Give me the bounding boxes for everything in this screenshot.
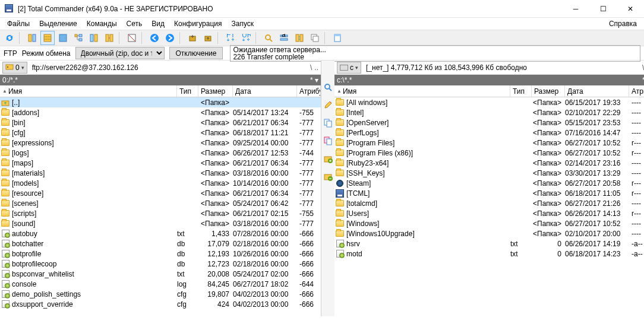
- close-button[interactable]: ✕: [617, 0, 644, 18]
- search-icon[interactable]: [261, 31, 276, 45]
- header-size[interactable]: Размер: [198, 85, 233, 97]
- minimize-button[interactable]: ─: [562, 0, 589, 18]
- table-row[interactable]: [maps]<Папка>06/21/2017 06:34-777: [0, 158, 321, 168]
- header-attr[interactable]: Атрибу: [629, 85, 644, 97]
- left-address[interactable]: ftp://server2262@37.230.162.126: [30, 63, 308, 72]
- target-equal-icon[interactable]: [102, 31, 116, 45]
- menu-вид[interactable]: Вид: [147, 18, 169, 29]
- table-row[interactable]: [..]<Папка>: [0, 97, 321, 107]
- multirename-icon[interactable]: a: [277, 31, 291, 45]
- new-folder-icon[interactable]: [321, 152, 334, 165]
- refresh-icon[interactable]: [2, 31, 17, 45]
- ftp-new-icon[interactable]: URL: [239, 31, 253, 45]
- table-row[interactable]: [expressions]<Папка>09/25/2014 00:00-777: [0, 138, 321, 148]
- header-type[interactable]: Тип: [177, 85, 198, 97]
- table-row[interactable]: [SSH_Keys]<Папка>03/30/2017 13:29----: [334, 168, 644, 178]
- sync-dirs-icon[interactable]: [292, 31, 307, 45]
- menu-запуск[interactable]: Запуск: [227, 18, 259, 29]
- table-row[interactable]: [logs]<Папка>06/26/2017 12:53-744: [0, 148, 321, 158]
- table-row[interactable]: [OpenServer]<Папка>05/15/2017 23:53----: [334, 117, 644, 128]
- move-file-icon[interactable]: [321, 134, 334, 147]
- table-row[interactable]: [Intel]<Папка>02/10/2017 22:29----: [334, 107, 644, 117]
- maximize-button[interactable]: ☐: [589, 0, 617, 18]
- table-row[interactable]: [PerfLogs]<Папка>07/16/2016 14:47----: [334, 128, 644, 138]
- right-panel: c ▾ [_нет_] 4,779,712 Кб из 108,543,996 …: [334, 61, 644, 316]
- notepad-icon[interactable]: [330, 31, 345, 45]
- table-row[interactable]: [bin]<Папка>06/21/2017 06:34-777: [0, 117, 321, 128]
- view-thumbs-icon[interactable]: [56, 31, 70, 45]
- unpack-icon[interactable]: [201, 31, 215, 45]
- disconnect-button[interactable]: Отключение: [169, 47, 223, 59]
- view-file-icon[interactable]: [321, 81, 334, 94]
- ftp-connect-icon[interactable]: FTP: [223, 31, 238, 45]
- table-row[interactable]: hsrvtxt006/26/2017 14:19-a--: [334, 239, 644, 249]
- copy-file-icon[interactable]: [321, 116, 334, 129]
- file-date: 06/18/2017 14:23: [565, 250, 629, 258]
- table-row[interactable]: dxsupport_overridecfg42404/02/2013 00:00…: [0, 299, 321, 309]
- table-row[interactable]: [scenes]<Папка>05/24/2017 06:42-777: [0, 198, 321, 208]
- file-type: cfg: [177, 300, 198, 309]
- right-file-list[interactable]: [All windows]<Папка>06/15/2017 19:33----…: [334, 97, 644, 316]
- menu-help[interactable]: Справка: [604, 18, 642, 29]
- table-row[interactable]: [TCML]<Папка>06/18/2017 11:05r---: [334, 188, 644, 198]
- table-row[interactable]: [addons]<Папка>05/14/2017 13:24-755: [0, 107, 321, 117]
- delete-file-icon[interactable]: [321, 170, 334, 183]
- table-row[interactable]: demo_polish_settingscfg19,80704/02/2013 …: [0, 289, 321, 299]
- table-row[interactable]: autobuytxt1,43307/28/2016 00:00-666: [0, 228, 321, 239]
- back-icon[interactable]: [147, 31, 162, 45]
- left-file-list[interactable]: [..]<Папка>[addons]<Папка>05/14/2017 13:…: [0, 97, 321, 316]
- table-row[interactable]: bspconvar_whitelisttxt20,00805/24/2017 0…: [0, 269, 321, 279]
- table-row[interactable]: [Ruby23-x64]<Папка>02/14/2017 23:16----: [334, 158, 644, 168]
- view-brief-icon[interactable]: [25, 31, 39, 45]
- table-row[interactable]: botprofilecoopdb12,72302/18/2016 00:00-6…: [0, 259, 321, 269]
- invert-selection-icon[interactable]: [125, 31, 139, 45]
- root-button[interactable]: \: [310, 63, 312, 72]
- parent-button[interactable]: ..: [314, 63, 318, 72]
- table-row[interactable]: botprofiledb12,19310/26/2016 00:00-666: [0, 249, 321, 259]
- table-row[interactable]: [models]<Папка>10/14/2016 00:00-777: [0, 178, 321, 188]
- header-attr[interactable]: Атрибу: [297, 85, 321, 97]
- table-row[interactable]: [Users]<Папка>06/26/2017 14:13r---: [334, 208, 644, 218]
- table-row[interactable]: [Windows]<Папка>06/27/2017 10:52----: [334, 218, 644, 228]
- header-size[interactable]: Размер: [532, 85, 565, 97]
- menu-сеть[interactable]: Сеть: [122, 18, 147, 29]
- view-full-icon[interactable]: [40, 31, 55, 45]
- left-drive-select[interactable]: 0 ▾: [2, 62, 27, 74]
- svg-point-31: [7, 66, 8, 68]
- header-type[interactable]: Тип: [510, 85, 532, 97]
- table-row[interactable]: [Steam]<Папка>06/27/2017 20:58r---: [334, 178, 644, 188]
- swap-panels-icon[interactable]: [87, 31, 101, 45]
- table-row[interactable]: [Program Files]<Папка>06/27/2017 10:52r-…: [334, 138, 644, 148]
- right-drive-select[interactable]: c ▾: [337, 62, 361, 74]
- table-row[interactable]: [All windows]<Папка>06/15/2017 19:33----: [334, 97, 644, 107]
- table-row[interactable]: motdtxt006/18/2017 14:23-a--: [334, 249, 644, 259]
- table-row[interactable]: [totalcmd]<Папка>06/27/2017 21:26----: [334, 198, 644, 208]
- file-size: <Папка>: [532, 230, 565, 238]
- table-row[interactable]: botchatterdb17,07902/18/2016 00:00-666: [0, 239, 321, 249]
- left-path-bar[interactable]: 0:/*.* * ▾: [0, 75, 321, 85]
- transfer-mode-select[interactable]: Двоичный (zip, doc и т.д.): [75, 47, 165, 59]
- tree-icon[interactable]: [71, 31, 86, 45]
- table-row[interactable]: consolelog84,24506/27/2017 18:02-644: [0, 279, 321, 289]
- header-date[interactable]: Дата: [565, 85, 629, 97]
- table-row[interactable]: [Windows10Upgrade]<Папка>02/10/2017 20:0…: [334, 228, 644, 239]
- table-row[interactable]: [sound]<Папка>03/18/2016 00:00-777: [0, 218, 321, 228]
- right-path-bar[interactable]: c:\*.* * ▾: [334, 75, 644, 85]
- table-row[interactable]: [materials]<Папка>03/18/2016 00:00-777: [0, 168, 321, 178]
- edit-file-icon[interactable]: [321, 98, 334, 112]
- menu-файлы[interactable]: Файлы: [2, 18, 34, 29]
- header-name[interactable]: Имя: [334, 85, 510, 97]
- pack-icon[interactable]: [185, 31, 200, 45]
- table-row[interactable]: [Program Files (x86)]<Папка>06/27/2017 1…: [334, 148, 644, 158]
- header-date[interactable]: Дата: [233, 85, 297, 97]
- table-row[interactable]: [resource]<Папка>06/21/2017 06:34-777: [0, 188, 321, 198]
- menu-команды[interactable]: Команды: [82, 18, 122, 29]
- table-row[interactable]: [cfg]<Папка>06/18/2017 11:21-777: [0, 128, 321, 138]
- svg-rect-10: [94, 34, 97, 42]
- forward-icon[interactable]: [163, 31, 177, 45]
- copy-names-icon[interactable]: [308, 31, 322, 45]
- menu-выделение[interactable]: Выделение: [34, 18, 82, 29]
- header-name[interactable]: Имя: [0, 85, 177, 97]
- menu-конфигурация[interactable]: Конфигурация: [169, 18, 227, 29]
- table-row[interactable]: [scripts]<Папка>06/21/2017 02:15-755: [0, 208, 321, 218]
